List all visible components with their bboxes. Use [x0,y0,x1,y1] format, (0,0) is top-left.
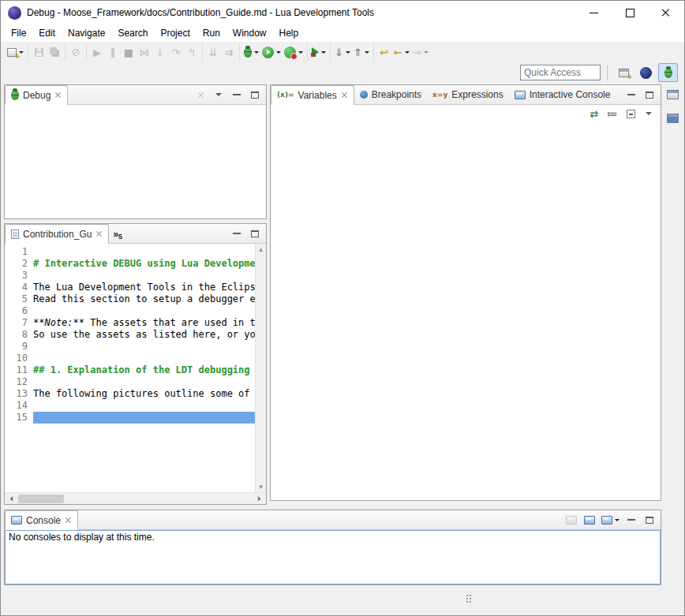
line-number: 9 [5,341,28,353]
minimize-button[interactable] [623,86,639,103]
dropdown-arrow-icon[interactable] [321,51,326,54]
next-annotation-button[interactable]: ⇓ [333,43,352,61]
tab-console[interactable]: Console [5,510,78,530]
tab-label: Variables [298,90,337,101]
tab-breakpoints[interactable]: Breakpoints [354,85,427,104]
toolbar-group: ↩←→ [374,43,432,62]
view-menu-button[interactable] [641,105,657,122]
tab-contribution-guide[interactable]: Contribution_Gu [5,224,109,244]
lua-perspective-button[interactable] [636,63,656,82]
maximize-button[interactable] [642,511,657,528]
minimize-icon [233,94,241,95]
maximize-button[interactable] [247,86,263,103]
console-message: No consoles to display at this time. [9,532,155,543]
menu-project[interactable]: Project [154,25,196,41]
dropdown-arrow-icon[interactable] [254,51,259,54]
vertical-scrollbar[interactable] [255,244,266,492]
save-all-button [47,43,62,61]
line-number: 2 [5,258,28,270]
view-menu-button[interactable] [211,86,226,103]
run-button[interactable] [260,43,283,61]
profile-button[interactable] [283,43,305,61]
restore-minimized-view-button[interactable] [664,86,680,103]
debug-view: Debug [4,84,267,219]
dropdown-arrow-icon[interactable] [276,51,281,54]
minimized-view-button[interactable] [664,110,680,127]
dropdown-arrow-icon[interactable] [405,51,410,54]
editor-toolbar [229,224,266,243]
dropdown-arrow-icon [424,51,429,54]
tab-variables[interactable]: (x)=Variables [271,85,354,105]
tab-interactive-console[interactable]: Interactive Console [509,85,616,104]
toolbar-group [308,43,331,62]
editor-tab-overflow[interactable]: » 5 [109,224,127,243]
horizontal-scrollbar[interactable] [5,492,266,504]
line-number: 11 [5,364,28,376]
view-menu-icon [215,93,222,96]
scroll-right-icon[interactable] [253,493,264,504]
minimize-window-button[interactable] [575,1,612,24]
menu-edit[interactable]: Edit [32,25,62,41]
variables-view-toolbar: ⇄≔ [271,105,661,122]
step-into-icon: ↓ [156,47,165,58]
variables-header-tools [623,85,661,104]
tab-debug[interactable]: Debug [5,85,68,105]
close-icon[interactable] [95,230,103,237]
minimize-icon [627,519,635,521]
tab-expressions[interactable]: x=yExpressions [427,85,509,104]
dropdown-arrow-icon[interactable] [298,51,303,54]
terminate-icon: ■ [124,47,133,58]
minimize-button[interactable] [229,225,245,242]
maximize-window-button[interactable] [612,1,648,24]
drag-handle-icon[interactable] [466,595,468,596]
forward-button: → [411,43,430,61]
quick-access-input[interactable] [520,65,601,80]
scroll-left-icon[interactable] [6,493,17,504]
last-edit-location-button[interactable]: ↩ [376,43,392,61]
code-line [33,400,255,412]
external-tools-button[interactable] [310,43,328,61]
minimize-button[interactable] [623,511,639,528]
dropdown-arrow-icon[interactable] [346,51,350,54]
show-type-names-button[interactable]: ≔ [605,105,620,122]
back-button[interactable]: ← [392,43,411,61]
window-controls [575,1,684,24]
dropdown-arrow-icon[interactable] [365,51,369,54]
new-button[interactable] [6,43,25,61]
menu-navigate[interactable]: Navigate [62,25,111,41]
code-line: # Interactive DEBUG using Lua Developmen… [33,258,255,270]
close-icon[interactable] [54,91,62,99]
variables-icon-icon: (x)= [277,91,294,99]
open-perspective-button[interactable] [614,63,634,82]
close-window-button[interactable] [648,1,684,24]
debug-button[interactable] [242,43,260,61]
drop-to-frame-icon: ⇊ [209,47,218,58]
open-console-button[interactable] [600,511,621,528]
remove-all-terminated-button [193,86,208,103]
previous-annotation-button[interactable]: ⇑ [352,43,371,61]
line-number: 5 [5,293,28,305]
maximize-button[interactable] [642,86,657,103]
editor-text-area[interactable]: # Interactive DEBUG using Lua Developmen… [33,244,255,492]
menu-run[interactable]: Run [197,25,226,41]
line-number-ruler[interactable]: 123456789101112131415 [5,244,33,492]
maximize-button[interactable] [247,225,263,242]
toolbar-second-row [1,62,684,83]
app-icon [8,6,21,20]
scrollbar-thumb[interactable] [18,495,64,503]
scroll-up-icon[interactable] [256,245,266,254]
scroll-down-icon[interactable] [256,482,266,491]
collapse-all-button[interactable] [623,105,638,122]
minimize-button[interactable] [229,86,245,103]
show-logical-structures-button[interactable]: ⇄ [586,105,602,122]
menu-help[interactable]: Help [273,25,305,41]
menu-window[interactable]: Window [226,25,273,41]
menu-file[interactable]: File [5,25,32,41]
breakpoints-icon-icon [360,91,368,99]
menu-search[interactable]: Search [111,25,154,41]
dropdown-arrow-icon[interactable] [615,519,619,521]
debug-perspective-button[interactable] [658,63,678,82]
close-icon[interactable] [65,517,72,524]
close-icon[interactable] [341,91,348,99]
display-selected-console-button[interactable] [582,511,597,528]
